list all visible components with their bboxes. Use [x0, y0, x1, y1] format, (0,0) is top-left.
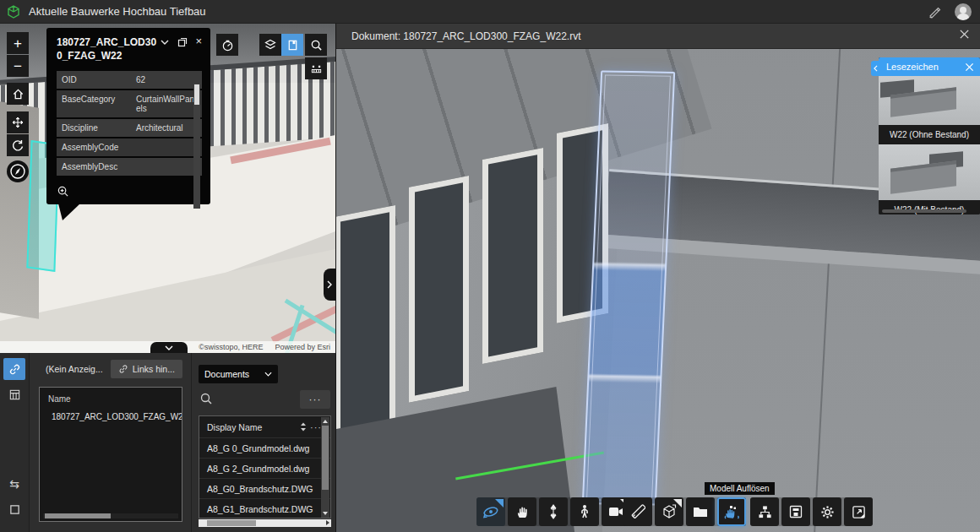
table-row: AssemblyCode [57, 138, 202, 156]
map-collapse-handle[interactable] [150, 342, 188, 353]
list-item[interactable]: 180727_ARC_LOD300_FZAG_W22 [40, 409, 182, 425]
fullscreen-expand-icon[interactable] [844, 497, 873, 526]
bottom-left-tool-rail: ⇆ [0, 353, 29, 532]
bookmark-item[interactable]: W22 (Ohne Bestand) [879, 76, 980, 144]
chevron-down-icon [264, 372, 272, 377]
application-window: Aktuelle Bauwerke Hochbau Tiefbau + − [0, 0, 980, 532]
popup-title: 180727_ARC_LOD300_FZAG_W22 [57, 35, 160, 62]
document-header: Dokument: 180727_ARC_LOD300_FZAG_W22.rvt [336, 24, 980, 49]
save-disk-tool-button[interactable] [781, 497, 810, 526]
table-row: BaseCategory CurtainWallPanels [57, 90, 202, 117]
home-button[interactable] [7, 83, 29, 105]
property-label: AssemblyDesc [57, 158, 131, 176]
links-tab-icon[interactable] [3, 358, 25, 380]
compass-button[interactable] [7, 160, 29, 182]
bookmarks-header[interactable]: Lesezeichen [879, 57, 980, 76]
tooltip: Modell Auflösen [705, 482, 775, 495]
attribution-text: ©swisstopo, HERE [199, 343, 263, 351]
tab-links-hinzufuegen[interactable]: Links hin... [111, 360, 182, 378]
viewer-edit-toolbar [623, 497, 746, 526]
model-dissolve-tool-button[interactable] [717, 497, 746, 526]
documents-horizontal-scrollbar[interactable] [199, 519, 331, 527]
zoom-out-button[interactable]: − [7, 55, 29, 77]
folder-tool-button[interactable] [686, 497, 715, 526]
table-row[interactable]: A8_G1_Brandschutz.DWG [199, 498, 330, 518]
close-icon[interactable]: × [195, 37, 202, 62]
property-label: OID [57, 71, 131, 89]
property-value [131, 138, 202, 156]
pan-hand-tool-button[interactable] [508, 497, 536, 526]
close-icon[interactable] [965, 62, 974, 72]
table-row[interactable]: A8_G0_Brandschutz.DWG [199, 478, 330, 498]
table-row: OID 62 [57, 71, 202, 89]
property-label: AssemblyCode [57, 138, 131, 156]
walk-person-tool-button[interactable] [570, 497, 599, 526]
document-title: Dokument: 180727_ARC_LOD300_FZAG_W22.rvt [351, 30, 580, 42]
close-icon[interactable] [959, 29, 970, 40]
viewer-nav-toolbar [476, 497, 630, 526]
pan-button[interactable] [7, 111, 29, 133]
popup-scrollbar[interactable] [193, 84, 200, 209]
edit-pencil-icon[interactable] [928, 5, 941, 19]
swap-arrows-icon[interactable]: ⇆ [3, 473, 25, 495]
viewer-settings-toolbar [750, 497, 873, 526]
settings-gear-icon[interactable] [813, 497, 841, 526]
gauge-icon[interactable] [216, 34, 238, 56]
documents-select[interactable]: Documents [199, 365, 278, 383]
navigation-controls [7, 111, 29, 156]
table-row[interactable]: A8_G 0_Grundmodel.dwg [199, 437, 330, 458]
rotate-button[interactable] [7, 134, 29, 156]
model-hierarchy-tool-button[interactable] [750, 497, 779, 526]
zoom-to-icon[interactable] [57, 185, 202, 198]
layers-icon[interactable] [259, 34, 281, 56]
user-avatar[interactable] [955, 3, 972, 20]
property-label: BaseCategory [57, 90, 131, 117]
tab-kein-anzeige[interactable]: (Kein Anzeig... [38, 360, 111, 378]
bookmarks-title: Lesezeichen [886, 62, 965, 72]
chevron-down-icon[interactable] [160, 37, 170, 62]
scene-window [482, 148, 543, 364]
bookmark-thumbnail[interactable] [879, 76, 980, 125]
app-title: Aktuelle Bauwerke Hochbau Tiefbau [29, 5, 206, 18]
bookmarks-tool-button[interactable] [281, 34, 303, 56]
documents-table-header[interactable]: Display Name ··· [199, 416, 330, 437]
sort-icon[interactable] [300, 422, 307, 432]
links-list[interactable]: Name 180727_ARC_LOD300_FZAG_W22 [39, 387, 182, 522]
links-horizontal-scrollbar[interactable] [43, 513, 178, 518]
bookmarks-scrollbar[interactable] [882, 209, 966, 213]
square-select-icon[interactable] [3, 498, 25, 520]
documents-vertical-scrollbar[interactable] [321, 417, 329, 518]
table-row: Discipline Architectural [57, 119, 202, 137]
popup-properties-table: OID 62 BaseCategory CurtainWallPanels Di… [57, 69, 202, 177]
bookmark-label[interactable]: W22 (Ohne Bestand) [879, 125, 980, 144]
column-header: Name [40, 388, 182, 409]
measure-icon[interactable] [305, 57, 327, 79]
vertical-move-tool-button[interactable] [539, 497, 568, 526]
bookmark-thumbnail[interactable] [879, 144, 980, 200]
zoom-controls: + − [7, 32, 29, 77]
property-label: Discipline [57, 119, 131, 137]
overflow-menu-button[interactable]: ··· [300, 390, 330, 409]
measure-pencil-tool-button[interactable] [623, 497, 652, 526]
table-view-icon[interactable] [3, 383, 25, 405]
map-expand-handle[interactable] [324, 269, 335, 301]
table-row: AssemblyDesc [57, 158, 202, 176]
search-icon[interactable] [199, 392, 213, 405]
scene-window [336, 205, 395, 443]
property-value: 62 [131, 71, 202, 89]
bookmark-item[interactable]: W22 (Mit Bestand) [879, 144, 980, 214]
orbit-tool-button[interactable] [476, 497, 505, 526]
dock-window-icon[interactable] [177, 37, 188, 62]
search-icon[interactable] [305, 34, 327, 56]
table-row[interactable]: A8_G 2_Grundmodel.dwg [199, 458, 330, 478]
property-value: CurtainWallPanels [131, 90, 202, 117]
zoom-in-button[interactable]: + [7, 32, 29, 54]
slice-cube-tool-button[interactable] [655, 497, 683, 526]
documents-table[interactable]: Display Name ··· A8_G 0_Grundmodel.dwg A… [199, 415, 331, 518]
link-icon [118, 364, 128, 374]
bookmarks-panel: Lesezeichen W22 (Ohne Bestand) W22 (Mit … [879, 57, 980, 214]
scene-window [409, 176, 470, 403]
app-logo-cube-icon [7, 5, 20, 19]
links-panel: (Kein Anzeig... Links hin... Name 180727… [29, 353, 191, 532]
powered-by-esri: Powered by Esri [275, 343, 330, 351]
